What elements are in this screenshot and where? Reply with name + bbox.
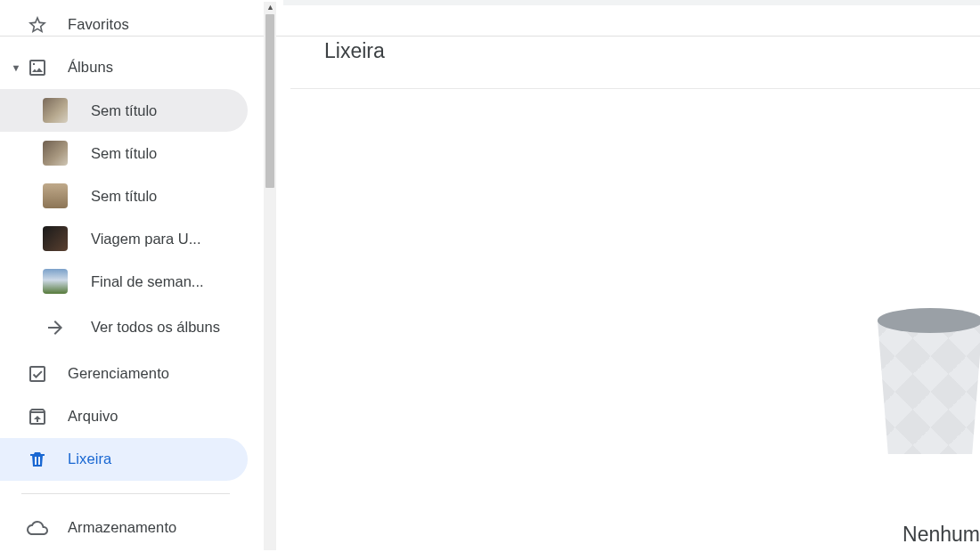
album-icon: [25, 57, 68, 78]
album-label: Final de seman...: [91, 273, 204, 290]
album-item-0[interactable]: Sem título: [0, 89, 248, 132]
arrow-right-icon: [43, 317, 68, 338]
caret-down-icon[interactable]: ▼: [7, 62, 25, 73]
archive-icon: [25, 406, 68, 427]
sidebar-item-label: Arquivo: [68, 408, 118, 426]
star-outline-icon: [25, 14, 68, 36]
cloud-icon: [25, 517, 68, 539]
album-label: Sem título: [91, 145, 157, 162]
album-label: Sem título: [91, 102, 157, 119]
main-content: Lixeira Nenhum: [283, 0, 980, 552]
album-item-2[interactable]: Sem título: [0, 175, 248, 217]
empty-state-text: Nenhum: [902, 523, 980, 547]
title-divider: [290, 88, 980, 89]
sidebar-item-label: Favoritos: [68, 16, 129, 34]
album-label: Viagem para U...: [91, 231, 201, 248]
album-label: Sem título: [91, 188, 157, 205]
scrollbar-thumb[interactable]: [265, 14, 274, 188]
sidebar-item-archive[interactable]: Arquivo: [0, 395, 248, 438]
page-title: Lixeira: [283, 39, 980, 88]
management-icon: [25, 363, 68, 385]
sidebar-item-label: Ver todos os álbuns: [91, 318, 220, 337]
sidebar-divider: [21, 493, 230, 494]
album-thumbnail: [43, 269, 68, 294]
album-thumbnail: [43, 183, 68, 208]
album-item-4[interactable]: Final de seman...: [0, 260, 248, 303]
sidebar-scrollbar[interactable]: ▲: [264, 2, 276, 550]
album-thumbnail: [43, 141, 68, 166]
empty-trash-illustration: [877, 308, 980, 456]
sidebar-item-albums[interactable]: ▼ Álbuns: [0, 46, 248, 89]
sidebar-item-label: Álbuns: [68, 59, 113, 77]
trash-icon: [25, 449, 68, 470]
album-thumbnail: [43, 98, 68, 123]
sidebar-item-label: Armazenamento: [68, 519, 176, 537]
album-item-3[interactable]: Viagem para U...: [0, 217, 248, 260]
sidebar-item-management[interactable]: Gerenciamento: [0, 353, 248, 395]
scroll-up-icon[interactable]: ▲: [266, 3, 274, 12]
album-thumbnail: [43, 226, 68, 251]
sidebar-item-storage[interactable]: Armazenamento: [0, 507, 248, 549]
sidebar-item-see-all-albums[interactable]: Ver todos os álbuns: [0, 303, 248, 353]
sidebar-item-favorites[interactable]: Favoritos: [0, 4, 248, 46]
sidebar-item-trash[interactable]: Lixeira: [0, 438, 248, 481]
album-item-1[interactable]: Sem título: [0, 132, 248, 175]
sidebar: Favoritos ▼ Álbuns Sem título Sem título…: [0, 0, 276, 552]
sidebar-item-label: Lixeira: [68, 451, 111, 468]
sidebar-item-label: Gerenciamento: [68, 365, 169, 383]
